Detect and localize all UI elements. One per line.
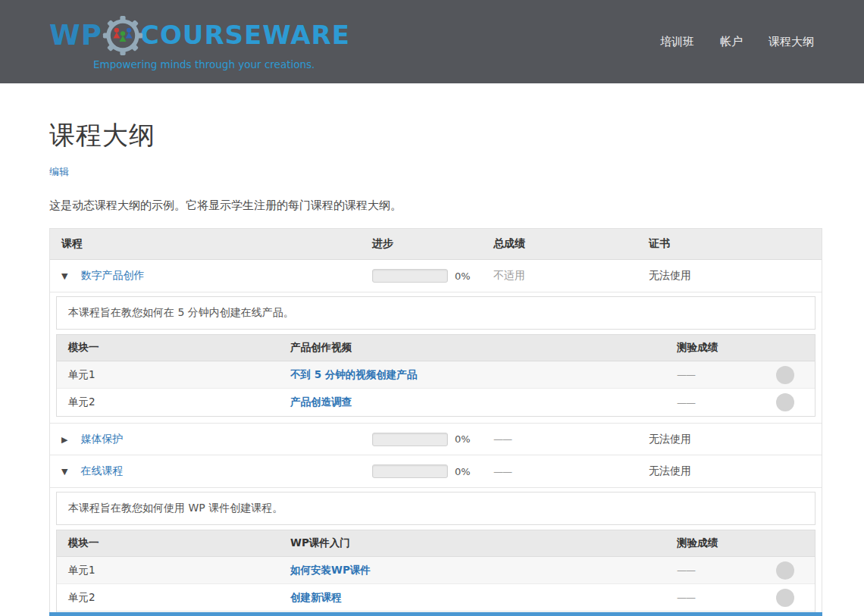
module-subtitle: 产品创作视频 [279,341,665,355]
course-row: ▶ 媒体保护 0% —— 无法使用 [50,423,822,455]
course-row: ▼ 数字产品创作 0% 不适用 无法使用 [50,260,822,292]
course-row: ▼ 在线课程 0% —— 无法使用 [50,455,822,488]
grade-value: —— [482,466,637,477]
grade-value: 不适用 [482,269,637,283]
collapse-triangle-icon[interactable]: ▼ [61,467,72,477]
course-link[interactable]: 在线课程 [80,464,123,477]
unit-link[interactable]: 创建新课程 [290,591,342,603]
module-header-row: 模块一 WP课件入门 测验成绩 [57,530,815,557]
page-description: 这是动态课程大纲的示例。它将显示学生注册的每门课程的课程大纲。 [49,199,822,213]
quiz-status-circle [776,366,794,384]
site-header: WP [0,0,864,83]
progress-bar [372,464,448,478]
module-table: 模块一 WP课件入门 测验成绩 单元1 如何安装WP课件 —— 单元2 创建新课… [56,530,815,616]
nav-link-course-outline[interactable]: 课程大纲 [769,35,814,49]
unit-row: 单元2 创建新课程 —— [57,584,815,611]
gear-with-people-icon [101,15,145,58]
quiz-score: —— [665,369,756,380]
course-outline-table: 课程 进步 总成绩 证书 ▼ 数字产品创作 0% 不适用 无法使用 本课程旨在教… [49,228,822,616]
logo-tagline: Empowering minds through your creations. [49,58,350,70]
logo-wp-text: WP [49,21,102,49]
header-grade: 总成绩 [482,237,637,251]
quiz-score: —— [665,564,756,576]
quiz-status-circle [776,561,794,580]
module-title: 模块一 [57,536,279,550]
module-quiz-header: 测验成绩 [665,536,756,550]
progress-bar [372,269,448,283]
course-link[interactable]: 媒体保护 [80,433,123,445]
header-course: 课程 [50,237,361,251]
table-header-row: 课程 进步 总成绩 证书 [50,229,822,260]
grade-value: —— [482,433,637,445]
collapse-triangle-icon[interactable]: ▼ [61,271,72,281]
unit-label: 单元1 [57,564,279,577]
module-quiz-header: 测验成绩 [665,341,756,355]
module-header-row: 模块一 产品创作视频 测验成绩 [57,335,815,361]
top-nav: 培训班 帐户 课程大纲 [660,35,814,49]
progress-percent: 0% [455,270,471,282]
unit-link[interactable]: 如何安装WP课件 [290,564,371,576]
progress-bar [372,433,448,446]
progress-percent: 0% [455,466,471,477]
unit-link[interactable]: 产品创造调查 [290,396,352,408]
course-detail-panel: 本课程旨在教您如何使用 WP 课件创建课程。 模块一 WP课件入门 测验成绩 单… [56,492,815,616]
unit-row: 单元2 产品创造调查 —— [57,389,815,416]
module-subtitle: WP课件入门 [279,536,665,550]
page-content: 课程大纲 编辑 这是动态课程大纲的示例。它将显示学生注册的每门课程的课程大纲。 … [0,118,864,616]
header-progress: 进步 [361,237,482,251]
quiz-score: —— [665,397,756,408]
progress-percent: 0% [455,433,471,445]
certificate-value: 无法使用 [637,433,822,446]
course-description: 本课程旨在教您如何在 5 分钟内创建在线产品。 [56,296,815,330]
certificate-value: 无法使用 [637,464,822,478]
quiz-status-circle [776,393,794,411]
course-detail-panel: 本课程旨在教您如何在 5 分钟内创建在线产品。 模块一 产品创作视频 测验成绩 … [56,296,815,417]
page-title: 课程大纲 [49,118,822,153]
edit-link[interactable]: 编辑 [49,165,69,179]
course-description: 本课程旨在教您如何使用 WP 课件创建课程。 [56,492,815,525]
unit-label: 单元2 [57,396,279,409]
quiz-status-circle [776,589,794,607]
quiz-score: —— [665,592,756,603]
module-table: 模块一 产品创作视频 测验成绩 单元1 不到 5 分钟的视频创建产品 —— 单元… [56,334,815,417]
certificate-value: 无法使用 [637,269,822,283]
nav-link-account[interactable]: 帐户 [720,35,743,49]
logo-courseware-text: COURSEWARE [140,22,350,48]
unit-link[interactable]: 不到 5 分钟的视频创建产品 [290,368,417,380]
nav-link-training[interactable]: 培训班 [660,35,694,49]
module-title: 模块一 [57,341,279,355]
course-link[interactable]: 数字产品创作 [80,269,144,281]
logo[interactable]: WP [49,14,350,70]
unit-row: 单元1 如何安装WP课件 —— [57,557,815,584]
expand-triangle-icon[interactable]: ▶ [61,435,72,445]
header-certificate: 证书 [637,237,822,251]
unit-row: 单元1 不到 5 分钟的视频创建产品 —— [57,361,815,389]
unit-label: 单元1 [57,368,279,382]
cutoff-blue-bar [49,612,822,616]
unit-label: 单元2 [57,591,279,605]
